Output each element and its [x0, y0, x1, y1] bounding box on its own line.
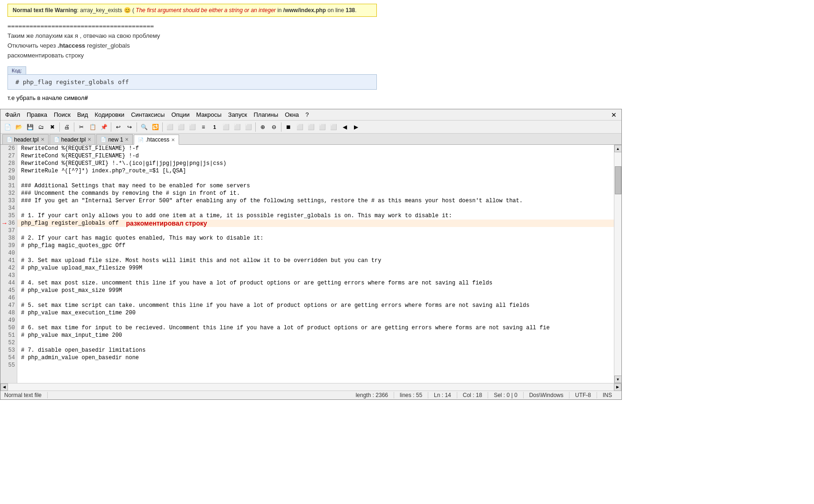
menu-syntax[interactable]: Синтаксисы — [128, 110, 167, 119]
line-num-51: 51 — [0, 332, 17, 339]
code-line-30 — [17, 175, 614, 182]
warning-label: Normal text file — [13, 7, 53, 14]
scroll-thumb-v[interactable] — [615, 166, 621, 194]
tab-close-4[interactable]: ✕ — [171, 137, 175, 142]
scroll-track-v — [614, 152, 621, 376]
toolbar-btn-9[interactable]: ≡ — [198, 122, 209, 132]
scroll-right-arrow[interactable]: ▶ — [614, 383, 621, 391]
npp-menubar: Файл Правка Поиск Вид Кодировки Синтакси… — [0, 109, 621, 121]
line-num-37: 37 — [0, 227, 17, 234]
warning-box: Normal text file Warning: array_key_exis… — [7, 4, 377, 17]
status-lines: lines : 55 — [394, 392, 428, 398]
toolbar-save-btn[interactable]: 💾 — [25, 122, 35, 132]
toolbar-cut-btn[interactable]: ✂ — [76, 122, 86, 132]
toolbar-btn-10[interactable]: 1 — [209, 122, 220, 132]
line-num-26: 26 — [0, 145, 17, 152]
status-length: length : 2366 — [350, 392, 394, 398]
menu-file[interactable]: Файл — [2, 110, 23, 119]
toolbar-sep-7 — [281, 122, 281, 132]
line-num-45: 45 — [0, 287, 17, 294]
toolbar-new-btn[interactable]: 📄 — [2, 122, 13, 132]
code-line-41: # 3. Set max upload file size. Most host… — [17, 257, 614, 264]
tb21-icon: ◀ — [343, 124, 347, 130]
toolbar-btn-15[interactable]: ⊖ — [269, 122, 279, 132]
code-line-51: # php_value max_input_time 200 — [17, 332, 614, 339]
menu-plugins[interactable]: Плагины — [251, 110, 281, 119]
hash-symbol: # — [85, 94, 88, 101]
line-num-40: 40 — [0, 249, 17, 257]
status-sel: Sel : 0 | 0 — [488, 392, 523, 398]
scroll-left-arrow[interactable]: ◀ — [0, 383, 8, 391]
tb16-icon: ⏹ — [286, 124, 291, 130]
menu-options[interactable]: Опции — [168, 110, 192, 119]
toolbar-btn-7[interactable]: ⬜ — [176, 122, 186, 132]
code-line-55 — [17, 362, 614, 369]
menu-edit[interactable]: Правка — [24, 110, 50, 119]
code-line-46 — [17, 294, 614, 302]
toolbar-close-btn[interactable]: ✖ — [47, 122, 58, 132]
line-num-54: 54 — [0, 354, 17, 362]
tb6-icon: ⬜ — [166, 124, 173, 130]
toolbar-print-btn[interactable]: 🖨 — [62, 122, 72, 132]
toolbar-btn-21[interactable]: ◀ — [339, 122, 350, 132]
tab-header-tpl-1[interactable]: 📄 header.tpl ✕ — [2, 134, 49, 144]
line-num-38: 38 — [0, 234, 17, 242]
tb20-icon: ⬜ — [330, 124, 337, 130]
toolbar-undo-btn[interactable]: ↩ — [113, 122, 123, 132]
code-line-33: ### If you get an "Internal Server Error… — [17, 197, 614, 205]
scroll-up-arrow[interactable]: ▲ — [614, 145, 622, 152]
tab-close-3[interactable]: ✕ — [125, 137, 129, 142]
menu-view[interactable]: Вид — [74, 110, 91, 119]
toolbar-btn-8[interactable]: ⬜ — [187, 122, 197, 132]
menu-macros[interactable]: Макросы — [194, 110, 224, 119]
line-num-47: 47 — [0, 302, 17, 309]
menu-help[interactable]: ? — [303, 110, 311, 119]
tab-close-1[interactable]: ✕ — [41, 137, 44, 142]
menu-run[interactable]: Запуск — [225, 110, 250, 119]
tab-htaccess[interactable]: 📄 .htaccess ✕ — [134, 135, 179, 145]
scroll-down-arrow[interactable]: ▼ — [614, 376, 622, 383]
tab-new1[interactable]: 📄 new 1 ✕ — [96, 134, 133, 144]
toolbar-btn-18[interactable]: ⬜ — [306, 122, 316, 132]
toolbar-btn-22[interactable]: ▶ — [351, 122, 361, 132]
menu-windows[interactable]: Окна — [282, 110, 302, 119]
toolbar-btn-11[interactable]: ⬜ — [221, 122, 231, 132]
close-button[interactable]: ✕ — [608, 111, 620, 119]
scrollbar-vertical[interactable]: ▲ ▼ — [614, 145, 621, 383]
web-content: Normal text file Warning: array_key_exis… — [0, 0, 814, 109]
line-num-55: 55 — [0, 362, 17, 369]
toolbar-btn-13[interactable]: ⬜ — [243, 122, 253, 132]
toolbar-btn-20[interactable]: ⬜ — [328, 122, 339, 132]
toolbar-sep-6 — [255, 122, 256, 132]
code-line-34 — [17, 205, 614, 212]
tab-label-2: header.tpl — [61, 136, 86, 143]
toolbar-btn-14[interactable]: ⊕ — [258, 122, 268, 132]
toolbar-btn-12[interactable]: ⬜ — [232, 122, 242, 132]
toolbar-btn-19[interactable]: ⬜ — [317, 122, 327, 132]
redo-icon: ↪ — [127, 124, 132, 130]
tab-header-tpl-2[interactable]: 📄 header.tpl ✕ — [50, 134, 96, 144]
toolbar-copy-btn[interactable]: 📋 — [87, 122, 98, 132]
toolbar-btn-16[interactable]: ⏹ — [283, 122, 294, 132]
toolbar-btn-17[interactable]: ⬜ — [295, 122, 305, 132]
toolbar-saveall-btn[interactable]: 🗂 — [36, 122, 46, 132]
tb11-icon: ⬜ — [223, 124, 230, 130]
scrollbar-horizontal[interactable]: ◀ ▶ — [0, 383, 621, 390]
code-line-48: # php_value max_execution_time 200 — [17, 309, 614, 317]
toolbar-replace-btn[interactable]: 🔁 — [150, 122, 160, 132]
menu-encoding[interactable]: Кодировки — [92, 110, 127, 119]
tab-close-2[interactable]: ✕ — [87, 137, 91, 142]
menu-search[interactable]: Поиск — [51, 110, 73, 119]
toolbar-btn-6[interactable]: ⬜ — [165, 122, 175, 132]
tb14-icon: ⊕ — [260, 124, 265, 130]
paste-icon: 📌 — [101, 124, 108, 130]
toolbar-find-btn[interactable]: 🔍 — [139, 122, 149, 132]
close-doc-icon: ✖ — [50, 124, 55, 130]
code-label: Код: — [7, 66, 26, 74]
toolbar-open-btn[interactable]: 📂 — [14, 122, 24, 132]
warning-text: Warning: array_key_exists 😊 ( The first … — [55, 7, 357, 14]
toolbar-redo-btn[interactable]: ↪ — [124, 122, 135, 132]
toolbar-paste-btn[interactable]: 📌 — [99, 122, 109, 132]
line-num-46: 46 — [0, 294, 17, 302]
code-content[interactable]: RewriteCond %{REQUEST_FILENAME} !-fRewri… — [17, 145, 614, 383]
